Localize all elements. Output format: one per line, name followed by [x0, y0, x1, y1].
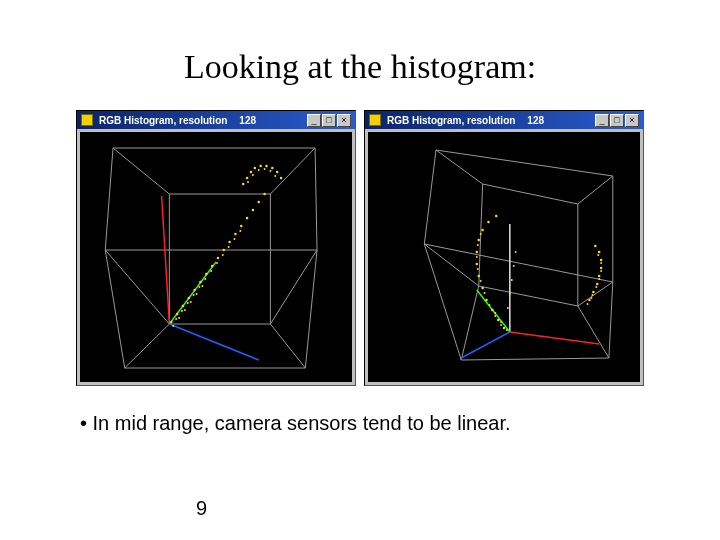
svg-point-87	[480, 280, 482, 282]
svg-point-10	[170, 321, 173, 324]
svg-point-115	[590, 297, 592, 299]
minimize-button[interactable]: _	[307, 114, 321, 127]
svg-point-46	[246, 177, 249, 180]
svg-point-73	[491, 309, 494, 312]
svg-point-31	[199, 286, 201, 288]
svg-point-24	[252, 209, 255, 212]
histogram-window-left: RGB Histogram, resolution 128 _ □ ×	[76, 110, 356, 386]
svg-point-83	[500, 324, 502, 326]
svg-point-94	[494, 312, 496, 314]
histogram-icon	[81, 114, 93, 126]
svg-point-84	[494, 315, 496, 317]
maximize-button[interactable]: □	[610, 114, 624, 127]
svg-point-26	[263, 193, 266, 196]
svg-point-105	[600, 259, 603, 262]
window-titlebar[interactable]: RGB Histogram, resolution 128 _ □ ×	[77, 111, 355, 129]
svg-point-40	[178, 317, 180, 319]
svg-point-34	[216, 262, 218, 264]
rgb-histogram-canvas	[368, 132, 640, 382]
svg-point-51	[271, 167, 274, 170]
svg-point-93	[500, 321, 502, 323]
window-resolution: 128	[527, 115, 544, 126]
svg-point-37	[233, 238, 235, 240]
svg-point-42	[190, 301, 192, 303]
svg-point-114	[587, 303, 589, 305]
svg-point-21	[234, 233, 237, 236]
svg-point-95	[507, 307, 509, 309]
rgb-histogram-canvas	[80, 132, 352, 382]
svg-point-57	[264, 168, 266, 170]
svg-point-47	[250, 171, 253, 174]
svg-point-52	[276, 171, 279, 174]
svg-point-14	[193, 289, 196, 292]
page-number: 9	[196, 497, 207, 520]
svg-point-82	[495, 215, 498, 218]
close-button[interactable]: ×	[337, 114, 351, 127]
svg-point-104	[600, 267, 603, 270]
svg-point-39	[172, 325, 174, 327]
minimize-button[interactable]: _	[595, 114, 609, 127]
close-button[interactable]: ×	[625, 114, 639, 127]
svg-point-44	[201, 285, 203, 287]
svg-point-72	[497, 319, 500, 322]
svg-point-100	[588, 299, 591, 302]
svg-point-75	[481, 287, 484, 290]
svg-point-35	[222, 254, 224, 256]
svg-point-23	[246, 217, 249, 220]
svg-point-77	[476, 263, 479, 266]
svg-point-99	[515, 251, 517, 253]
svg-point-12	[182, 305, 185, 308]
svg-point-76	[477, 275, 480, 278]
svg-point-19	[223, 249, 226, 252]
svg-point-85	[488, 304, 490, 306]
svg-point-45	[242, 183, 245, 186]
svg-point-54	[247, 181, 249, 183]
svg-point-90	[477, 244, 479, 246]
svg-point-28	[181, 310, 183, 312]
svg-point-43	[196, 293, 198, 295]
slide-title: Looking at the histogram:	[0, 0, 720, 110]
svg-point-20	[228, 241, 231, 244]
svg-point-30	[193, 294, 195, 296]
window-titlebar[interactable]: RGB Histogram, resolution 128 _ □ ×	[365, 111, 643, 129]
svg-point-91	[480, 233, 482, 235]
svg-point-89	[476, 256, 478, 258]
svg-point-109	[595, 286, 597, 288]
histogram-window-right: RGB Histogram, resolution 128 _ □ ×	[364, 110, 644, 386]
svg-point-112	[600, 262, 602, 264]
svg-point-78	[476, 251, 479, 254]
svg-point-17	[211, 265, 214, 268]
svg-point-18	[217, 257, 220, 260]
svg-point-41	[184, 309, 186, 311]
svg-point-106	[598, 251, 601, 254]
svg-point-92	[506, 329, 508, 331]
maximize-button[interactable]: □	[322, 114, 336, 127]
svg-point-11	[176, 313, 179, 316]
svg-point-58	[269, 170, 271, 172]
svg-point-71	[503, 327, 506, 330]
svg-point-88	[477, 268, 479, 270]
svg-point-98	[513, 265, 515, 267]
svg-point-86	[484, 292, 486, 294]
bullet-text: • In mid range, camera sensors tend to b…	[0, 386, 720, 435]
svg-point-36	[228, 246, 230, 248]
svg-point-13	[188, 297, 191, 300]
svg-point-53	[280, 177, 283, 180]
svg-point-56	[258, 169, 260, 171]
svg-point-80	[481, 229, 484, 232]
window-frame	[365, 129, 643, 385]
svg-point-107	[594, 245, 597, 248]
svg-point-103	[598, 275, 601, 278]
svg-point-110	[598, 278, 600, 280]
window-title-text: RGB Histogram, resolution	[387, 115, 515, 126]
svg-point-55	[252, 174, 254, 176]
window-buttons: _ □ ×	[595, 114, 639, 127]
svg-point-50	[265, 165, 268, 168]
window-title-text: RGB Histogram, resolution	[99, 115, 227, 126]
histogram-row: RGB Histogram, resolution 128 _ □ ×	[0, 110, 720, 386]
svg-point-16	[205, 273, 208, 276]
svg-point-25	[257, 201, 260, 204]
svg-point-113	[597, 254, 599, 256]
svg-point-74	[485, 299, 488, 302]
svg-point-49	[259, 165, 262, 168]
